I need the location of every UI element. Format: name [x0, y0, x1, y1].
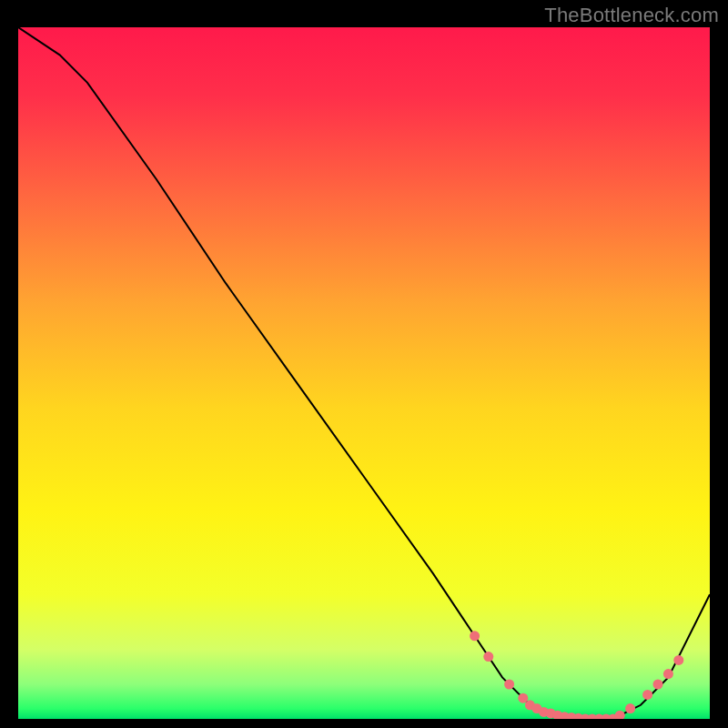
- bottleneck-chart: [18, 27, 710, 719]
- highlight-dot: [625, 703, 635, 713]
- attribution-label: TheBottleneck.com: [544, 4, 719, 27]
- highlight-dot: [470, 631, 480, 641]
- highlight-dot: [663, 669, 673, 679]
- highlight-dot: [642, 690, 652, 700]
- highlight-dot: [673, 655, 683, 665]
- highlight-dot: [483, 652, 493, 662]
- chart-container: TheBottleneck.com: [0, 0, 728, 728]
- highlight-dot: [653, 680, 663, 690]
- highlight-dot: [504, 680, 514, 690]
